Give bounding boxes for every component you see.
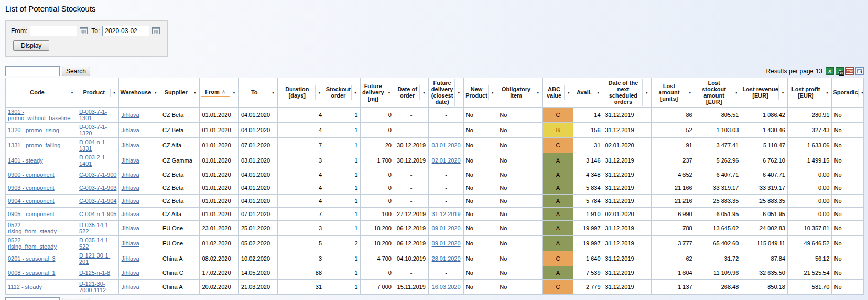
product-link[interactable]: D-121-30-7000-1112 xyxy=(79,281,106,293)
column-filter-arrow-icon[interactable]: ▼ xyxy=(564,85,572,100)
column-filter-arrow-icon[interactable]: ▼ xyxy=(351,85,359,100)
column-filter-arrow-icon[interactable]: ▼ xyxy=(858,89,864,97)
column-filter-arrow-icon[interactable]: ▼ xyxy=(534,85,541,100)
code-link[interactable]: 0008 - seasonal_1 xyxy=(8,270,56,276)
col-header-to[interactable]: To▼ xyxy=(238,78,278,108)
future_delivery_closest-link[interactable]: 09.01.2020 xyxy=(432,225,461,231)
table-search-input-top[interactable] xyxy=(5,66,60,76)
table-search-input-bottom[interactable] xyxy=(5,297,60,300)
col-header-next_scheduled[interactable]: Date of the next scheduled orders▼ xyxy=(603,78,652,108)
search-button-top[interactable]: Search xyxy=(62,67,90,76)
code-link[interactable]: 0900 - component xyxy=(8,172,55,178)
column-filter-arrow-icon[interactable]: ▼ xyxy=(151,89,159,97)
warehouse-link[interactable]: Jihlava xyxy=(121,157,139,164)
column-filter-arrow-icon[interactable]: ▼ xyxy=(732,79,740,106)
code-link[interactable]: 0903 - component xyxy=(8,185,55,191)
warehouse-link[interactable]: Jihlava xyxy=(121,198,139,204)
calendar-icon[interactable] xyxy=(80,27,89,35)
col-header-new_product[interactable]: New Product▼ xyxy=(463,78,497,108)
future_delivery_closest-link[interactable]: 16.03.2020 xyxy=(432,284,461,290)
column-filter-arrow-icon[interactable]: ▼ xyxy=(68,89,75,97)
export-csv-icon[interactable]: CSV xyxy=(845,67,854,75)
col-header-code[interactable]: Code▼ xyxy=(6,78,77,108)
export-xls-icon[interactable]: X xyxy=(826,67,834,75)
warehouse-link[interactable]: Jihlava xyxy=(121,225,139,231)
column-filter-arrow-icon[interactable]: ▼ xyxy=(454,79,462,106)
code-link[interactable]: 1331 - promo_falling xyxy=(8,142,60,148)
warehouse-link[interactable]: Jihlava xyxy=(121,284,139,290)
column-filter-arrow-icon[interactable]: ▼ xyxy=(191,89,199,97)
warehouse-link[interactable]: Jihlava xyxy=(121,270,139,276)
code-link[interactable]: 0522 - rising_from_steady xyxy=(8,222,57,234)
col-header-lost_revenue[interactable]: Lost revenue [EUR]▼ xyxy=(741,78,788,108)
column-settings-icon[interactable]: ▼ xyxy=(855,67,864,75)
col-header-from[interactable]: From∧▼ xyxy=(200,78,239,108)
code-link[interactable]: 1401 - steady xyxy=(8,157,43,164)
product-link[interactable]: D-125-n-1-8 xyxy=(79,270,110,276)
warehouse-link[interactable]: Jihlava xyxy=(121,142,139,148)
column-filter-arrow-icon[interactable]: ▼ xyxy=(488,85,496,100)
export-xlsx-icon[interactable]: X07 xyxy=(836,67,844,75)
col-header-avail[interactable]: Avail.▼ xyxy=(573,78,603,108)
product-link[interactable]: C-003-7-1-903 xyxy=(79,185,117,191)
code-link[interactable]: 1112 - steady xyxy=(8,284,42,290)
col-header-abc_value[interactable]: ABC value▼ xyxy=(542,78,573,108)
column-filter-arrow-icon[interactable]: ▼ xyxy=(315,85,323,100)
col-header-sporadic[interactable]: Sporadic▼ xyxy=(832,78,864,108)
warehouse-link[interactable]: Jihlava xyxy=(121,112,139,118)
column-filter-arrow-icon[interactable]: ▼ xyxy=(385,82,393,103)
col-header-future_delivery[interactable]: Future delivery [mj]▼ xyxy=(360,78,394,108)
warehouse-link[interactable]: Jihlava xyxy=(121,172,139,178)
col-header-warehouse[interactable]: Warehouse▼ xyxy=(119,78,160,108)
col-header-product[interactable]: Product▼ xyxy=(77,78,119,108)
col-header-lost_amount[interactable]: Lost amount [units]▼ xyxy=(652,78,695,108)
product-link[interactable]: D-003-2-1-1401 xyxy=(79,154,107,167)
column-filter-arrow-icon[interactable]: ▼ xyxy=(230,88,237,97)
column-filter-arrow-icon[interactable]: ▼ xyxy=(419,85,427,100)
column-filter-arrow-icon[interactable]: ▼ xyxy=(110,89,118,97)
col-header-obligatory_item[interactable]: Obligatory item▼ xyxy=(497,78,543,108)
product-link[interactable]: C-003-7-1-900 xyxy=(79,172,117,178)
search-button-bottom[interactable]: Search xyxy=(62,298,90,300)
code-link[interactable]: 0201 - seasonal_3 xyxy=(8,255,56,262)
col-header-duration[interactable]: Duration [days]▼ xyxy=(278,78,324,108)
column-filter-arrow-icon[interactable]: ▼ xyxy=(686,82,693,103)
column-filter-arrow-icon[interactable]: ▼ xyxy=(594,89,602,97)
warehouse-link[interactable]: Jihlava xyxy=(121,127,139,133)
warehouse-link[interactable]: Jihlava xyxy=(121,240,139,247)
display-button[interactable]: Display xyxy=(13,40,49,51)
future_delivery_closest-link[interactable]: 09.01.2020 xyxy=(432,240,461,247)
future_delivery_closest-link[interactable]: 28.01.2020 xyxy=(432,255,461,262)
column-filter-arrow-icon[interactable]: ▼ xyxy=(778,85,786,100)
product-link[interactable]: C-003-7-1-904 xyxy=(79,198,117,204)
warehouse-link[interactable]: Jihlava xyxy=(121,255,139,262)
product-link[interactable]: D-003-7-1-1320 xyxy=(79,124,107,136)
warehouse-link[interactable]: Jihlava xyxy=(121,185,139,191)
code-link[interactable]: 0905 - component xyxy=(8,211,55,217)
future_delivery_closest-link[interactable]: 31.12.2019 xyxy=(432,211,461,217)
col-header-supplier[interactable]: Supplier▼ xyxy=(160,78,200,108)
from-date-input[interactable] xyxy=(30,26,77,36)
col-header-lost_profit[interactable]: Lost profit [EUR]▼ xyxy=(787,78,832,108)
product-link[interactable]: D-035-14-1-522 xyxy=(79,237,110,250)
code-link[interactable]: 1301 - promo_without_baseline xyxy=(8,109,70,121)
results-per-page-value-top[interactable]: 13 xyxy=(816,68,822,75)
code-link[interactable]: 0904 - component xyxy=(8,198,55,204)
product-link[interactable]: D-035-14-1-522 xyxy=(79,222,110,234)
col-header-stockout_order[interactable]: Stockout order▼ xyxy=(324,78,360,108)
column-filter-arrow-icon[interactable]: ▼ xyxy=(642,79,650,106)
warehouse-link[interactable]: Jihlava xyxy=(121,211,139,217)
future_delivery_closest-link[interactable]: 03.01.2020 xyxy=(432,142,461,148)
column-filter-arrow-icon[interactable]: ▼ xyxy=(823,85,831,100)
code-link[interactable]: 1320 - promo_rising xyxy=(8,127,59,133)
column-filter-arrow-icon[interactable]: ▼ xyxy=(269,89,277,97)
calendar-icon[interactable] xyxy=(152,27,161,35)
product-link[interactable]: D-003-7-1-1301 xyxy=(79,109,107,121)
future_delivery_closest-link[interactable]: 02.01.2020 xyxy=(432,157,461,164)
to-date-input[interactable] xyxy=(102,26,149,36)
col-header-lost_stockout_amount[interactable]: Lost stockout amount [EUR]▼ xyxy=(695,78,741,108)
col-header-future_delivery_closest[interactable]: Future delivery (closest date)▼ xyxy=(429,78,463,108)
product-link[interactable]: C-004-n-1-905 xyxy=(79,211,117,217)
code-link[interactable]: 0522 - rising_from_steady xyxy=(8,237,57,250)
product-link[interactable]: D-004-n-1-1331 xyxy=(79,139,107,152)
